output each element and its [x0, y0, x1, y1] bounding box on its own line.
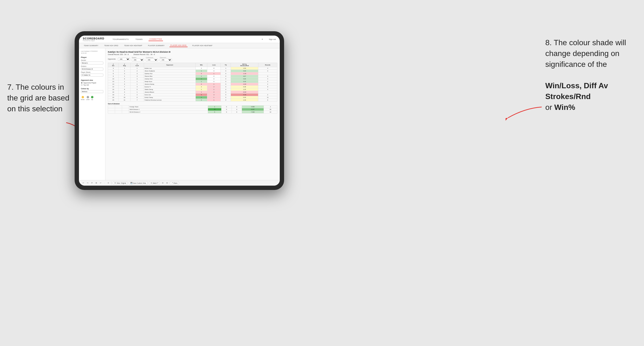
toolbar-refresh[interactable]: ⟳	[90, 182, 94, 184]
cell-loss: 3	[207, 94, 221, 96]
toolbar-icon1[interactable]: ⊡	[161, 182, 164, 184]
sub-nav: TEAM SUMMARY TEAM H2H GRID TEAM H2H HEAT…	[79, 43, 280, 48]
logo-text: SCOREBOARD	[83, 37, 104, 40]
cell-rounds: 3	[258, 75, 277, 78]
cell-div: 9	[108, 75, 119, 78]
table-row: 13 3 1 Jessica Huang 0 1 0 -3.00 2	[108, 83, 277, 86]
cell-tie: 0	[221, 78, 231, 80]
annotation-left-text: 7. The colours in the grid are based on …	[7, 83, 69, 113]
opponents-select[interactable]: (All)	[118, 58, 130, 61]
toolbar-watch[interactable]: 👁 Watch ▾	[149, 181, 160, 185]
cell-tie: 0	[221, 86, 231, 88]
legend-dot-down	[82, 96, 84, 98]
main-table-body: 3 1 1 Esther Lee 1 0 1 1.50 4 5 2 2 Alex…	[108, 67, 277, 101]
col-rounds: Rounds	[258, 63, 277, 67]
cell-rounds	[258, 72, 277, 75]
sidebar-player-rank-select[interactable]: 8. Katelyn Vo	[81, 74, 103, 76]
colour-by-select[interactable]: Win/loss	[81, 90, 103, 93]
toolbar-share[interactable]: ↗ Share	[170, 181, 179, 185]
cell-reg: 2	[118, 94, 130, 96]
cell-conf: 1	[130, 91, 144, 94]
cell-rounds: 9	[258, 86, 277, 88]
cell-opponent: Alexis Sudjianto	[144, 70, 196, 72]
grid-records: Overall Record: 353 - 34 - 6 Division Re…	[108, 54, 277, 55]
cell-win: 4	[196, 96, 207, 99]
toolbar-redo[interactable]: ↪	[86, 182, 89, 184]
cell-ood-loss: 0	[222, 106, 232, 108]
out-of-division-table: Foreign Team 1 0 0 4.500 2 NAIA Division…	[108, 105, 277, 114]
toolbar-undo[interactable]: ↩	[82, 182, 85, 184]
sidebar-last-updated: Last Updated: 27/03/2024 16:55:38	[81, 50, 103, 54]
cell-opponent: Heejo Hyun	[144, 80, 196, 83]
cell-ood-tie: 0	[232, 106, 242, 108]
cell-loss: 1	[207, 88, 221, 91]
toolbar-eye[interactable]: ⊙	[107, 182, 110, 184]
legend-down: Down	[81, 96, 84, 100]
cell-win: 0	[196, 83, 207, 86]
col-conf: #Conf	[130, 63, 144, 67]
cell-rounds: 3	[258, 80, 277, 83]
opponent-filter-group: Opponent (All)	[160, 57, 172, 61]
table-row: 9 1 4 Sharon Mun 1 0 0 3.67 3	[108, 75, 277, 78]
cell-div-empty	[108, 111, 115, 114]
nav-teams[interactable]: TEAMS	[134, 38, 144, 41]
table-row: 3 1 1 Esther Lee 1 0 1 1.50 4	[108, 67, 277, 70]
sidebar-division-select[interactable]: NCAA Division III	[81, 68, 103, 70]
sub-nav-player-h2h-grid[interactable]: PLAYER H2H GRID	[170, 44, 188, 47]
sidebar-player-title: Player	[81, 56, 103, 58]
legend-dot-level	[87, 96, 89, 98]
out-of-division-divider: Out of division	[108, 103, 277, 105]
legend-up: Up	[91, 96, 94, 100]
opponent-select[interactable]: (All)	[160, 58, 172, 61]
cell-opponent: Federica Domecq Lacroze	[144, 99, 196, 101]
sub-nav-player-summary[interactable]: PLAYER SUMMARY	[147, 44, 166, 47]
cell-tie: 1	[221, 67, 231, 70]
radio-dot-top100	[81, 84, 82, 86]
cell-reg: 11	[118, 99, 130, 101]
cell-div: 13	[108, 80, 119, 83]
legend-dot-up	[91, 96, 94, 98]
region-select[interactable]: (All)	[132, 58, 144, 61]
cell-ood-rounds: 2	[264, 106, 277, 108]
toolbar-view-original[interactable]: 👁 View: Original	[113, 181, 128, 185]
toolbar-back[interactable]: ↩	[99, 182, 102, 184]
cell-loss: 0	[207, 70, 221, 72]
toolbar-grid[interactable]: ⊞	[95, 182, 98, 184]
toolbar-save-custom[interactable]: 💾 Save Custom View	[129, 181, 148, 185]
annotation-right: 8. The colour shade will change dependin…	[545, 37, 637, 113]
cell-rounds: 3	[258, 70, 277, 72]
cell-win: 2	[196, 78, 207, 80]
cell-rounds: 4	[258, 78, 277, 80]
cell-conf-empty	[122, 106, 129, 108]
sub-nav-team-summary[interactable]: TEAM SUMMARY	[83, 44, 100, 47]
cell-ood-opponent: NCAA Division 2	[129, 111, 208, 114]
conference-select[interactable]: (All)	[146, 58, 158, 61]
nav-tournaments[interactable]: TOURNAMENTS	[112, 38, 130, 41]
sidebar-gender-label: Gender	[81, 59, 103, 61]
save-icon: 💾	[130, 182, 132, 184]
logo-sub: Powered by clippd	[83, 40, 104, 41]
cell-div: 18	[108, 94, 119, 96]
col-win: Win	[196, 63, 207, 67]
toolbar-icon2[interactable]: ⊟	[166, 182, 168, 184]
cell-conf-empty	[122, 111, 129, 114]
logo-area: SCOREBOARD Powered by clippd	[83, 37, 104, 41]
sub-nav-team-h2h-heatmap[interactable]: TEAM H2H HEATMAP	[123, 44, 143, 47]
cell-loss: 2	[207, 91, 221, 94]
cell-reg: 6	[118, 78, 130, 80]
sign-out-link[interactable]: Sign out	[269, 38, 276, 40]
cell-ood-diff: 7.400	[242, 111, 264, 114]
sub-nav-player-h2h-heatmap[interactable]: PLAYER H2H HEATMAP	[192, 44, 214, 47]
watch-icon: 👁	[150, 182, 152, 184]
sub-nav-team-h2h-grid[interactable]: TEAM H2H GRID	[103, 44, 120, 47]
cell-tie: 0	[221, 94, 231, 96]
nav-committee[interactable]: COMMITTEE	[148, 37, 163, 41]
sidebar-gender-select[interactable]: Women's	[81, 62, 103, 64]
radio-top100[interactable]: Top 100	[81, 84, 103, 86]
cell-conf: 7	[130, 99, 144, 101]
cell-ood-win: 1	[208, 106, 221, 108]
cell-diff: -1.00	[231, 72, 258, 75]
toolbar-dot[interactable]: ·	[104, 182, 106, 184]
cell-win: 1	[196, 88, 207, 91]
radio-opponents-played[interactable]: Opponents Played	[81, 82, 103, 84]
